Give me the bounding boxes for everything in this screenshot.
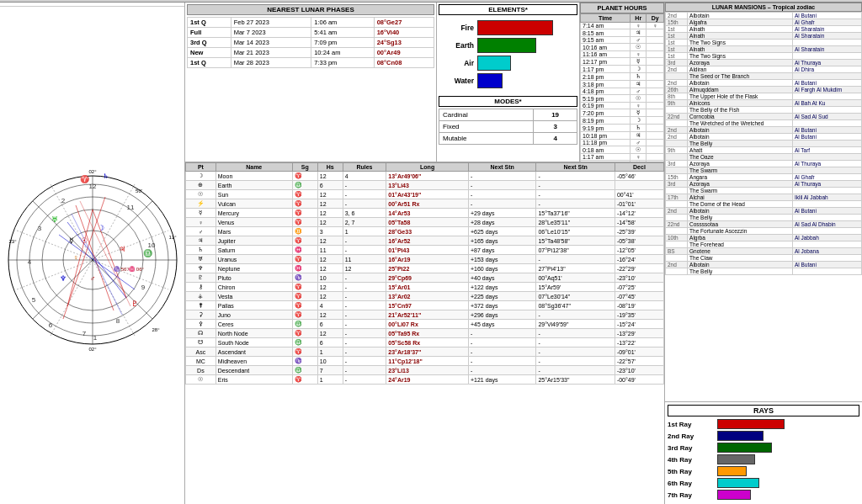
planet-table-cell: ♄	[186, 246, 216, 255]
planet-table-cell: -	[468, 190, 535, 199]
planet-table-cell: 27°Pi4'13"	[536, 264, 615, 273]
ray-label: 2nd Ray	[668, 432, 714, 440]
planet-hour-row: 5:19 pm ☉	[581, 95, 664, 103]
planet-table-row: ♄Saturn♓11-01°Pi43+87 days07°Pi12'38"-12…	[186, 246, 664, 255]
planet-table-cell: -	[343, 199, 386, 209]
ray-row: 5th Ray	[668, 466, 859, 476]
planet-table-cell: ♑	[292, 357, 317, 366]
planet-hour-row: 8:19 pm ☽	[581, 117, 664, 125]
planet-table-cell: -	[343, 190, 386, 199]
planet-table-cell: ♈	[292, 209, 317, 218]
planet-table-cell: Vulcan	[216, 199, 292, 209]
planet-table-cell: Descendant	[216, 366, 292, 375]
svg-text:♇: ♇	[131, 300, 138, 308]
planet-table-cell: 12	[317, 264, 343, 273]
planet-table-cell: 29°Vi49'59"	[536, 320, 615, 329]
planet-table-cell: +40 days	[468, 273, 535, 283]
planet-table-cell: 1	[317, 375, 343, 385]
ray-bar	[717, 478, 759, 488]
ray-row: 2nd Ray	[668, 431, 859, 441]
planet-table-cell: -	[536, 329, 615, 338]
planet-table-cell: +87 days	[468, 246, 535, 255]
planet-table-cell: -	[468, 347, 535, 357]
svg-line-15	[67, 210, 93, 306]
svg-text:23°: 23°	[8, 239, 17, 244]
planet-table-cell: 23°Li13	[386, 366, 469, 375]
planet-table-cell: 12	[317, 199, 343, 209]
lunar-mansion-row: The Wretched of the Wretched	[666, 120, 862, 127]
lunar-mansion-row: The Belly	[666, 141, 862, 147]
planet-table-cell: Ceres	[216, 320, 292, 329]
planet-hour-row: 8:15 am ♃	[581, 29, 664, 37]
lunar-mansion-row: 2nd Albotain Al Butani	[666, 13, 862, 19]
planet-table-cell: ♈	[292, 172, 317, 181]
planet-table-header-cell: Next Stn	[536, 163, 615, 172]
planet-table-cell: ⚶	[186, 292, 216, 301]
planet-table-cell: +296 days	[468, 310, 535, 320]
planet-table-cell: -	[536, 172, 615, 181]
planet-table-cell: -16°24'	[615, 255, 663, 264]
left-panel: 12 11 10 9 8 7 6 5 4 3 2 1 02° 50' 11°	[0, 3, 185, 504]
svg-text:4: 4	[27, 258, 31, 266]
ray-label: 6th Ray	[668, 480, 714, 487]
planet-table-cell: 6	[317, 338, 343, 347]
planet-table-cell: ⚡	[186, 199, 216, 209]
planet-hour-row: 10:18 pm ♃	[581, 132, 664, 140]
planet-table-cell: -	[536, 255, 615, 264]
svg-text:♄: ♄	[102, 172, 108, 180]
planet-table-cell: ♈	[292, 218, 317, 227]
lunar-mansion-row: 15th Algafra Al Ghafr	[666, 19, 862, 26]
lunar-mansion-row: 2nd Albotain Al Butani	[666, 134, 862, 141]
ray-bar	[717, 454, 755, 464]
planet-table-cell: -	[468, 329, 535, 338]
planet-hour-row: 10:16 am ☉	[581, 44, 664, 51]
planet-table-cell: 15°Ar01	[386, 283, 469, 292]
planet-table-cell: 16°Ar19	[386, 255, 469, 264]
planet-table-cell: 23°Ar18'37"	[386, 347, 469, 357]
svg-text:♂: ♂	[89, 274, 95, 283]
ray-row: 1st Ray	[668, 419, 859, 429]
element-bar	[477, 38, 536, 53]
planet-table-cell: -	[468, 199, 535, 209]
ray-row: 6th Ray	[668, 478, 859, 488]
planet-table-cell: ☉	[186, 190, 216, 199]
planet-table-cell: ♈	[292, 255, 317, 264]
wheel-svg: 12 11 10 9 8 7 6 5 4 3 2 1 02° 50' 11°	[4, 113, 181, 399]
planet-table-row: ⚴Ceres♎6-00°Li07 Rx+45 days29°Vi49'59"-1…	[186, 320, 664, 329]
svg-text:2: 2	[61, 197, 65, 204]
element-label: Water	[439, 77, 474, 85]
lunar-phases-table: 1st Q Feb 27 2023 1:06 am 08°Ge27 Full M…	[187, 17, 434, 68]
planet-table-cell: -	[343, 357, 386, 366]
svg-text:♃: ♃	[119, 245, 125, 253]
planet-table-cell: ♈	[292, 199, 317, 209]
planet-table-row: ☉Eris♈1-24°Ar19+121 days25°Ar15'33"-00°4…	[186, 375, 664, 385]
planet-table-cell: -	[343, 320, 386, 329]
planet-table-cell: -	[343, 329, 386, 338]
planet-table-cell: 12	[317, 236, 343, 246]
element-bar	[477, 73, 503, 88]
planet-table-cell: Moon	[216, 172, 292, 181]
planet-table-cell: Juno	[216, 310, 292, 320]
planet-table-cell: ♈	[292, 347, 317, 357]
lunar-mansion-row: 22nd Corncobia Al Sad Al Sud	[666, 114, 862, 120]
planet-table-cell: -	[343, 375, 386, 385]
planet-table-cell: ☽	[186, 172, 216, 181]
planet-table-cell: Mercury	[216, 209, 292, 218]
planet-table-cell: +45 days	[468, 320, 535, 329]
planet-table-cell: -	[536, 181, 615, 190]
svg-text:7: 7	[82, 330, 86, 337]
svg-line-19	[80, 201, 130, 306]
planet-table-cell: ⚷	[186, 283, 216, 292]
lunar-mansion-row: The Swarm	[666, 167, 862, 174]
planet-table-row: ⚡Vulcan♈12-00°Ar51 Rx---01°01'	[186, 199, 664, 209]
planet-hours-table: Time Hr Dy 7:14 am ♀ ♀ 8:15 am ♃ 9:15 am…	[580, 13, 664, 162]
planet-table-cell: North Node	[216, 329, 292, 338]
planet-table-cell: -	[343, 236, 386, 246]
planet-table-cell: -	[468, 172, 535, 181]
svg-text:♆: ♆	[60, 274, 67, 283]
lunar-mansion-row: The Fortunate Ascezzin	[666, 228, 862, 235]
planet-table-cell: Ascendant	[216, 347, 292, 357]
planet-table-header-cell: Hs	[317, 163, 343, 172]
planet-table-cell: 10	[317, 357, 343, 366]
planet-table-cell: ♎	[292, 366, 317, 375]
